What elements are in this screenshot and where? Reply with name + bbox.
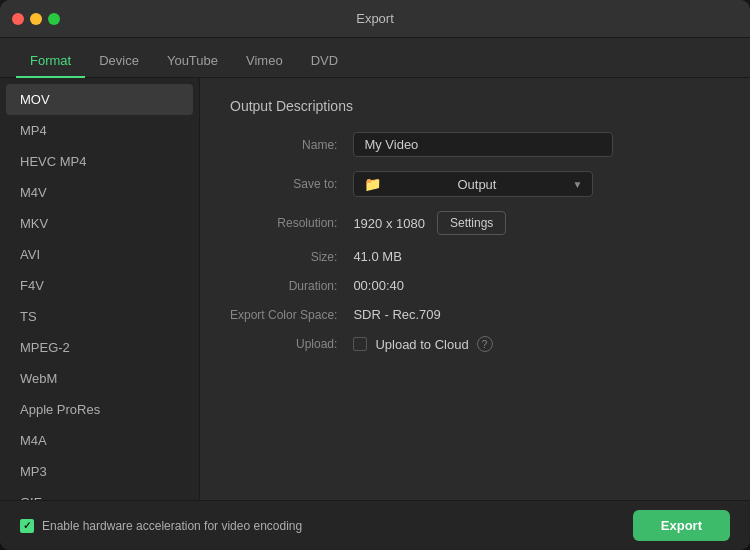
hw-accel-checkbox[interactable] <box>20 519 34 533</box>
hw-accel-row: Enable hardware acceleration for video e… <box>20 519 302 533</box>
sidebar-item-mpeg2[interactable]: MPEG-2 <box>0 332 199 363</box>
name-label: Name: <box>230 138 337 152</box>
save-to-value: Output <box>457 177 496 192</box>
resolution-value: 1920 x 1080 <box>353 216 425 231</box>
sidebar-item-mov[interactable]: MOV <box>6 84 193 115</box>
folder-icon: 📁 <box>364 176 381 192</box>
tab-dvd[interactable]: DVD <box>297 45 352 78</box>
save-to-dropdown[interactable]: 📁 Output ▼ <box>353 171 593 197</box>
upload-checkbox[interactable] <box>353 337 367 351</box>
export-button[interactable]: Export <box>633 510 730 541</box>
duration-label: Duration: <box>230 279 337 293</box>
tab-format[interactable]: Format <box>16 45 85 78</box>
resolution-row: 1920 x 1080 Settings <box>353 211 720 235</box>
color-space-value: SDR - Rec.709 <box>353 307 720 322</box>
sidebar-item-apple-prores[interactable]: Apple ProRes <box>0 394 199 425</box>
size-value: 41.0 MB <box>353 249 720 264</box>
save-to-label: Save to: <box>230 177 337 191</box>
hw-accel-label: Enable hardware acceleration for video e… <box>42 519 302 533</box>
maximize-button[interactable] <box>48 13 60 25</box>
sidebar-item-mp4[interactable]: MP4 <box>0 115 199 146</box>
output-panel: Output Descriptions Name: Save to: 📁 Out… <box>200 78 750 500</box>
tab-vimeo[interactable]: Vimeo <box>232 45 297 78</box>
info-icon[interactable]: ? <box>477 336 493 352</box>
title-bar: Export <box>0 0 750 38</box>
sidebar-item-hevc-mp4[interactable]: HEVC MP4 <box>0 146 199 177</box>
output-form: Name: Save to: 📁 Output ▼ Resolution: 19… <box>230 132 720 352</box>
export-window: Export Format Device YouTube Vimeo DVD M… <box>0 0 750 550</box>
sidebar-item-mp3[interactable]: MP3 <box>0 456 199 487</box>
format-sidebar: MOV MP4 HEVC MP4 M4V MKV AVI F4V TS MPEG… <box>0 78 200 500</box>
sidebar-item-m4a[interactable]: M4A <box>0 425 199 456</box>
name-field-wrapper <box>353 132 720 157</box>
sidebar-item-avi[interactable]: AVI <box>0 239 199 270</box>
settings-button[interactable]: Settings <box>437 211 506 235</box>
bottom-bar: Enable hardware acceleration for video e… <box>0 500 750 550</box>
upload-to-cloud-label: Upload to Cloud <box>375 337 468 352</box>
tab-youtube[interactable]: YouTube <box>153 45 232 78</box>
sidebar-item-ts[interactable]: TS <box>0 301 199 332</box>
window-title: Export <box>356 11 394 26</box>
resolution-label: Resolution: <box>230 216 337 230</box>
upload-label: Upload: <box>230 337 337 351</box>
sidebar-item-gif[interactable]: GIF <box>0 487 199 500</box>
name-input[interactable] <box>353 132 613 157</box>
duration-value: 00:00:40 <box>353 278 720 293</box>
section-title: Output Descriptions <box>230 98 720 114</box>
sidebar-item-m4v[interactable]: M4V <box>0 177 199 208</box>
close-button[interactable] <box>12 13 24 25</box>
sidebar-item-mkv[interactable]: MKV <box>0 208 199 239</box>
traffic-lights <box>12 13 60 25</box>
sidebar-item-f4v[interactable]: F4V <box>0 270 199 301</box>
size-label: Size: <box>230 250 337 264</box>
chevron-down-icon: ▼ <box>572 179 582 190</box>
tab-bar: Format Device YouTube Vimeo DVD <box>0 38 750 78</box>
color-space-label: Export Color Space: <box>230 308 337 322</box>
tab-device[interactable]: Device <box>85 45 153 78</box>
upload-row: Upload to Cloud ? <box>353 336 720 352</box>
sidebar-item-webm[interactable]: WebM <box>0 363 199 394</box>
main-content: MOV MP4 HEVC MP4 M4V MKV AVI F4V TS MPEG… <box>0 78 750 500</box>
minimize-button[interactable] <box>30 13 42 25</box>
